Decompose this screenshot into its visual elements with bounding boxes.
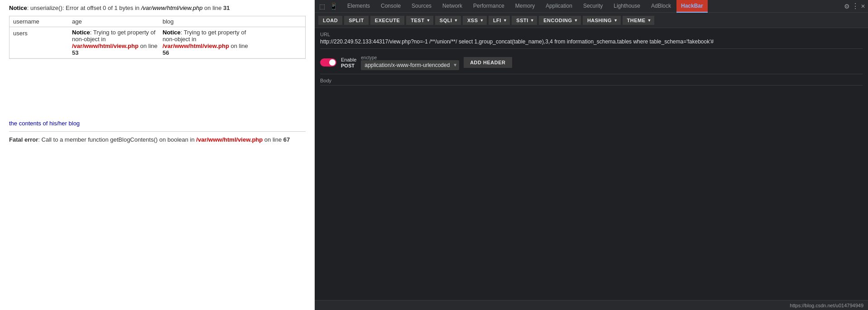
tab-performance[interactable]: Performance [468,0,510,13]
col-header-age: age [72,18,163,25]
cell-age-notice: Notice: Trying to get property of non-ob… [72,29,163,56]
statusbar-url: https://blog.csdn.net/u014794949 [790,303,863,308]
age-path: /var/www/html/view.php [72,43,139,49]
data-table: username age blog users Notice: Trying t… [9,16,306,59]
test-arrow: ▼ [426,18,430,23]
theme-dropdown[interactable]: THEME▼ [623,16,654,25]
post-label: POST [341,63,356,69]
sqli-dropdown[interactable]: SQLI▼ [435,16,461,25]
fatal-error-path: /var/www/html/view.php [196,136,263,143]
tab-elements[interactable]: Elements [342,0,375,13]
tab-network[interactable]: Network [437,0,468,13]
col-header-blog: blog [163,18,253,25]
add-header-button[interactable]: ADD HEADER [464,57,512,68]
devtools-topbar: ⬚ 📱 Elements Console Sources Network Per… [315,0,868,13]
hackbar-content: URL http://220.249.52.133:44317/view.php… [315,28,868,300]
hashing-arrow: ▼ [614,18,618,23]
tab-sources[interactable]: Sources [406,0,437,13]
tab-lighthouse[interactable]: Lighthouse [608,0,646,13]
body-section: Body [315,74,868,89]
tab-adblock[interactable]: AdBlock [646,0,676,13]
devtools-settings-group: ⚙ ⋮ ✕ [841,2,868,10]
tab-security[interactable]: Security [578,0,608,13]
blog-contents-text: the contents of his/her blog [9,120,306,127]
enctype-group: enctype application/x-www-form-urlencode… [361,55,459,70]
load-button[interactable]: LOAD [318,16,342,25]
section-divider [9,131,306,132]
post-row: Enable POST enctype application/x-www-fo… [315,52,868,74]
blog-line-num: 56 [163,49,169,56]
xss-dropdown[interactable]: XSS▼ [463,16,487,25]
enctype-arrow-icon: ▼ [453,62,457,67]
fatal-error-line: Fatal error: Call to a member function g… [9,136,306,143]
age-notice-label: Notice [72,29,90,36]
notice-unserialize: Notice: unserialize(): Error at offset 0… [9,5,306,11]
url-divider [320,48,863,49]
fatal-error-label: Fatal error [9,136,38,143]
split-button[interactable]: SPLIT [344,16,369,25]
execute-button[interactable]: EXECUTE [370,16,404,25]
enctype-select[interactable]: application/x-www-form-urlencoded multip… [363,60,452,70]
enable-label: Enable [341,57,356,63]
cell-blog-notice: Notice: Trying to get property of non-ob… [163,29,253,56]
devtools-tabs: Elements Console Sources Network Perform… [342,0,841,13]
blog-notice-label: Notice [163,29,181,36]
ssti-dropdown[interactable]: SSTI▼ [512,16,537,25]
ssti-arrow: ▼ [530,18,534,23]
notice-text: : unserialize(): Error at offset 0 of 1 … [27,5,141,11]
age-line-num: 53 [72,49,78,56]
more-button[interactable]: ⋮ [852,2,859,10]
tab-console[interactable]: Console [375,0,406,13]
encoding-arrow: ▼ [574,18,578,23]
blog-path: /var/www/html/view.php [163,43,229,49]
inspect-icon[interactable]: ⬚ [317,2,327,11]
fatal-error-line-num: 67 [283,136,290,143]
url-value[interactable]: http://220.249.52.133:44317/view.php?no=… [320,38,863,46]
close-button[interactable]: ✕ [861,3,865,10]
url-section: URL http://220.249.52.133:44317/view.php… [315,28,868,52]
enctype-select-wrapper[interactable]: application/x-www-form-urlencoded multip… [361,60,459,70]
encoding-dropdown[interactable]: ENCODING▼ [539,16,581,25]
notice-line-num: 31 [223,5,230,11]
tab-hackbar[interactable]: HackBar [676,0,708,13]
enctype-label: enctype [361,55,459,60]
left-panel: Notice: unserialize(): Error at offset 0… [0,0,315,310]
lfi-dropdown[interactable]: LFI▼ [489,16,510,25]
enable-toggle[interactable] [320,58,336,67]
table-row: users Notice: Trying to get property of … [10,27,305,58]
table-header: username age blog [10,16,305,27]
settings-button[interactable]: ⚙ [844,3,850,10]
tab-application[interactable]: Application [540,0,578,13]
body-label: Body [320,78,863,86]
notice-path: /var/www/html/view.php [141,5,203,11]
devtools-icon-group: ⬚ 📱 [315,2,342,11]
device-icon[interactable]: 📱 [328,2,339,11]
enable-post-labels: Enable POST [341,57,356,69]
hackbar-toolbar: LOAD SPLIT EXECUTE TEST▼ SQLI▼ XSS▼ LFI▼… [315,13,868,28]
devtools-panel: ⬚ 📱 Elements Console Sources Network Per… [315,0,868,310]
sqli-arrow: ▼ [454,18,458,23]
col-header-username: username [13,18,72,25]
test-dropdown[interactable]: TEST▼ [406,16,433,25]
devtools-statusbar: https://blog.csdn.net/u014794949 [315,300,868,310]
hashing-dropdown[interactable]: HASHING▼ [583,16,621,25]
lfi-arrow: ▼ [503,18,507,23]
tab-memory[interactable]: Memory [510,0,540,13]
url-label: URL [320,32,863,37]
xss-arrow: ▼ [480,18,484,23]
notice-label: Notice [9,5,27,11]
theme-arrow: ▼ [647,18,652,23]
cell-username: users [13,29,72,37]
